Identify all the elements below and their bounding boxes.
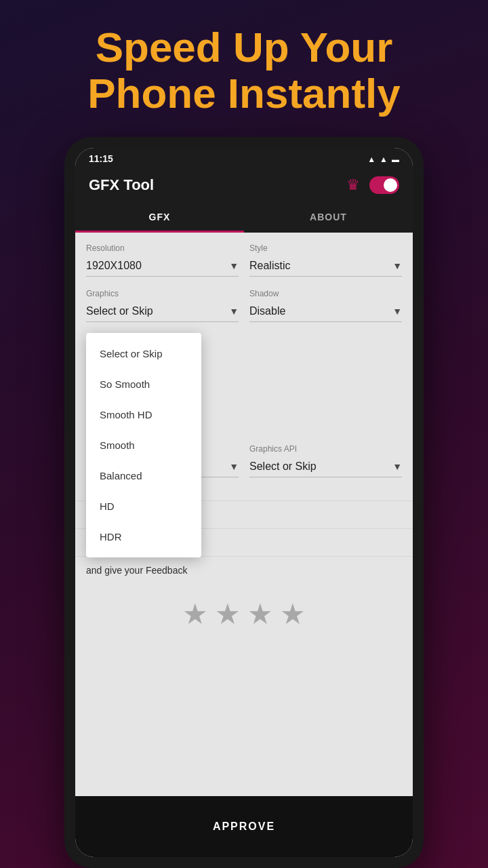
dropdown-item-3[interactable]: Smooth xyxy=(86,430,201,460)
dropdown-item-6[interactable]: HDR xyxy=(86,521,201,552)
app-header: GFX Tool ♛ xyxy=(75,170,413,203)
signal-icon xyxy=(380,153,388,164)
time: 11:15 xyxy=(89,153,113,164)
phone-screen: 11:15 GFX Tool ♛ GFX ABOUT xyxy=(75,148,413,857)
headline-line2: Phone Instantly xyxy=(87,70,401,117)
approve-button[interactable]: APPROVE xyxy=(86,808,402,845)
dropdown-item-2[interactable]: Smooth HD xyxy=(86,399,201,430)
content-area: Resolution 1920X1080 ▼ Style Realistic ▼ xyxy=(75,233,413,796)
crown-icon: ♛ xyxy=(346,176,360,194)
tabs: GFX ABOUT xyxy=(75,203,413,233)
tab-about[interactable]: ABOUT xyxy=(244,203,413,233)
dropdown-item-1[interactable]: So Smooth xyxy=(86,369,201,399)
dropdown-item-4[interactable]: Balanced xyxy=(86,460,201,491)
headline-line1: Speed Up Your xyxy=(96,24,393,71)
approve-bar: APPROVE xyxy=(75,796,413,857)
tab-gfx[interactable]: GFX xyxy=(75,203,244,233)
status-icons xyxy=(367,153,399,164)
toggle-switch[interactable] xyxy=(369,176,399,194)
phone-wrapper: 11:15 GFX Tool ♛ GFX ABOUT xyxy=(64,137,424,868)
dropdown-item-5[interactable]: HD xyxy=(86,491,201,521)
app-title: GFX Tool xyxy=(89,176,154,194)
headline: Speed Up Your Phone Instantly xyxy=(0,0,488,137)
status-bar: 11:15 xyxy=(75,148,413,170)
dropdown-item-0[interactable]: Select or Skip xyxy=(86,338,201,369)
toggle-knob xyxy=(384,178,397,192)
graphics-dropdown-menu: Select or Skip So Smooth Smooth HD Smoot… xyxy=(86,333,201,557)
header-icons: ♛ xyxy=(346,176,399,194)
wifi-icon xyxy=(367,153,375,164)
battery-icon xyxy=(392,153,399,164)
